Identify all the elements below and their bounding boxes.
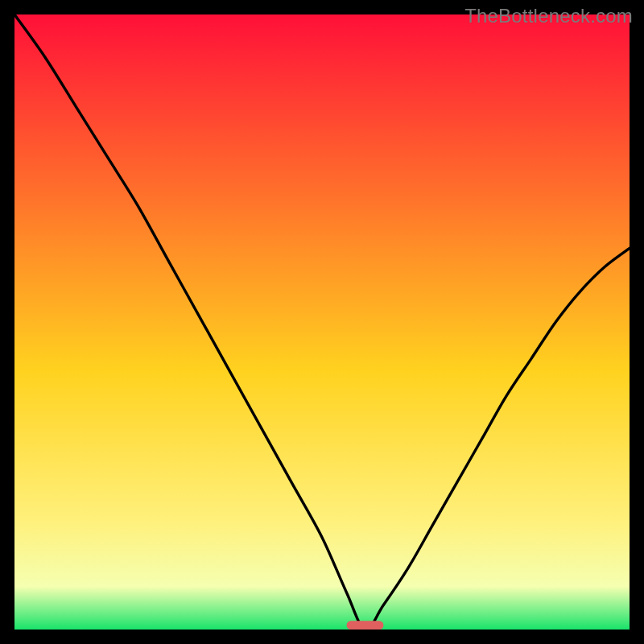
plot-area (14, 14, 630, 630)
chart-svg (14, 14, 630, 630)
chart-frame: TheBottleneck.com (0, 0, 644, 644)
optimum-marker (347, 621, 384, 630)
watermark-text: TheBottleneck.com (464, 5, 633, 27)
